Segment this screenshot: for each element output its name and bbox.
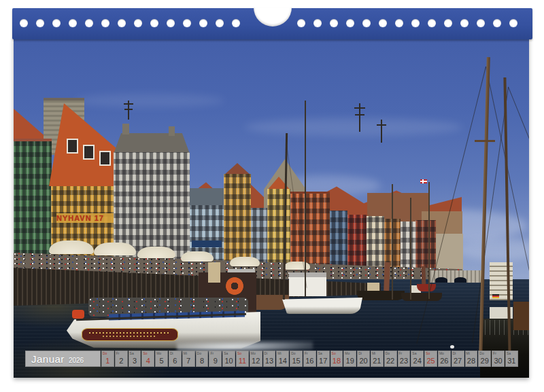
- weekday-label: Fr: [210, 351, 214, 355]
- calendar-day-cell: Sa31: [505, 351, 518, 367]
- day-number: 20: [358, 357, 369, 365]
- calendar-day-cell: Sa17: [317, 351, 330, 367]
- danish-flag: [420, 179, 427, 183]
- photo-yellow-gable-house: [267, 189, 290, 270]
- weekday-label: So: [143, 351, 147, 355]
- punch-hole: [346, 19, 354, 27]
- day-number: 11: [237, 357, 248, 365]
- antenna: [354, 107, 365, 109]
- calendar-day-cell: Mi14: [276, 351, 289, 367]
- punch-hole: [509, 19, 517, 27]
- nyhavn-photo: NYHAVN 17 17: [14, 38, 529, 378]
- calendar-day-cell: Do22: [384, 351, 397, 367]
- buoy: [450, 345, 454, 349]
- day-number: 29: [479, 357, 490, 365]
- calendar-day-cell: Mo12: [250, 351, 262, 367]
- day-number: 19: [344, 357, 356, 365]
- calendar-day-cell: So25: [424, 351, 437, 367]
- photo-brick-house: [415, 220, 436, 270]
- antenna: [355, 114, 364, 115]
- boat-nameplate: [82, 328, 178, 341]
- month-label: Januar: [31, 353, 65, 365]
- punch-hole: [232, 19, 240, 27]
- photo-gray-roof: [114, 133, 190, 154]
- calendar-day-cell: Do1: [101, 351, 114, 367]
- day-number: 24: [411, 357, 423, 365]
- day-number: 30: [492, 357, 504, 365]
- punch-hole: [297, 19, 305, 27]
- photo-green-building: [14, 139, 52, 272]
- calendar-day-cell: Di13: [263, 351, 276, 367]
- calendar-day-cell: Do15: [290, 351, 303, 367]
- punch-hole: [330, 19, 338, 27]
- hanger-band: [12, 8, 532, 39]
- weekday-label: Sa: [318, 351, 322, 355]
- calendar-day-cell: Do29: [478, 351, 491, 367]
- photo-dormer: [67, 139, 78, 154]
- day-number: 31: [506, 357, 517, 365]
- nyhavn-sign: NYHAVN 17: [56, 213, 114, 223]
- antenna: [377, 124, 386, 126]
- punch-hole: [313, 19, 322, 27]
- punch-hole: [118, 19, 126, 27]
- day-number: 6: [169, 357, 181, 365]
- weekday-label: Do: [291, 351, 295, 355]
- weekday-label: Do: [103, 351, 107, 355]
- boat-hull: [401, 293, 442, 301]
- calendar-day-cell: Sa3: [129, 351, 141, 367]
- day-number: 28: [466, 357, 477, 365]
- punch-hole: [362, 19, 371, 27]
- photo-white-house: [401, 221, 415, 270]
- calendar-day-cell: Mi7: [182, 351, 195, 367]
- punch-hole: [460, 19, 469, 27]
- cloud: [245, 118, 462, 136]
- weekday-label: Do: [386, 351, 390, 355]
- photo-distant-house: [436, 234, 463, 272]
- photo-cream-house: [367, 216, 384, 272]
- bridge-arch: [454, 277, 466, 283]
- life-ring: [226, 277, 243, 295]
- weekday-label: Do: [479, 351, 483, 355]
- photo-dormer: [99, 151, 111, 166]
- day-number: 8: [197, 357, 208, 365]
- calendar-page: NYHAVN 17 17: [0, 0, 544, 392]
- weekday-label: Sa: [507, 351, 511, 355]
- day-number: 7: [183, 357, 194, 365]
- calendar-day-cell: Fr30: [492, 351, 505, 367]
- day-number: 12: [250, 357, 262, 365]
- calendar-day-cell: Sa10: [222, 351, 235, 367]
- tug-mast-house: [208, 262, 220, 283]
- punch-hole: [379, 19, 387, 27]
- weekday-label: Mo: [439, 351, 444, 355]
- weekday-label: Mi: [184, 351, 187, 355]
- umbrella: [137, 247, 175, 258]
- photo-chimney: [122, 124, 129, 135]
- life-buoy: [72, 310, 84, 319]
- weekday-label: So: [237, 351, 241, 355]
- umbrella: [284, 262, 310, 270]
- mast: [428, 182, 430, 299]
- weekday-label: Mi: [372, 351, 375, 355]
- calendar-day-cell: Mi28: [465, 351, 478, 367]
- umbrella: [94, 243, 136, 255]
- antenna: [124, 103, 133, 105]
- weekday-label: Di: [358, 351, 362, 355]
- mast: [305, 101, 306, 296]
- calendar-day-cell: Di6: [169, 351, 182, 367]
- calendar-day-cell: Fr16: [303, 351, 316, 367]
- weekday-label: So: [426, 351, 430, 355]
- day-cells: Do1Fr2Sa3So4Mo5Di6Mi7Do8Fr9Sa10So11Mo12D…: [101, 351, 518, 367]
- weekday-label: Mi: [466, 351, 470, 355]
- punch-hole: [395, 19, 403, 27]
- day-number: 5: [156, 357, 167, 365]
- weekday-label: Mo: [345, 351, 350, 355]
- day-number: 22: [385, 357, 396, 365]
- punch-hole: [20, 19, 28, 27]
- cloud: [75, 94, 224, 107]
- day-number: 2: [116, 357, 127, 365]
- day-number: 18: [331, 357, 343, 365]
- punch-hole: [69, 19, 77, 27]
- punch-hole: [85, 19, 93, 27]
- punch-hole: [167, 19, 175, 27]
- calendar-day-cell: Mi21: [371, 351, 384, 367]
